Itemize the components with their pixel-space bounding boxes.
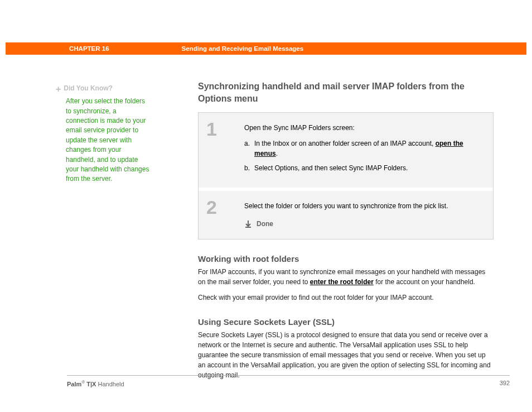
did-you-know-body: After you select the folders to synchron…	[66, 97, 151, 184]
step-number: 1	[199, 115, 244, 185]
did-you-know-label: Did You Know?	[64, 84, 113, 92]
plus-icon: +	[56, 83, 61, 95]
ssl-section: Using Secure Sockets Layer (SSL) Secure …	[198, 317, 494, 380]
chapter-header: CHAPTER 16 Sending and Receiving Email M…	[6, 42, 526, 55]
done-arrow-icon	[244, 220, 252, 228]
step-1: 1 Open the Sync IMAP Folders screen: a. …	[199, 113, 493, 188]
page-footer: Palm® T|X Handheld 392	[67, 380, 510, 387]
root-folders-section: Working with root folders For IMAP accou…	[198, 254, 494, 303]
section-paragraph: Secure Sockets Layer (SSL) is a protocol…	[198, 330, 494, 380]
section-heading: Working with root folders	[198, 254, 494, 264]
step-lead: Select the folder or folders you want to…	[244, 201, 483, 211]
chapter-title: Sending and Receiving Email Messages	[182, 45, 304, 52]
section-heading: Using Secure Sockets Layer (SSL)	[198, 317, 494, 327]
done-indicator: Done	[244, 219, 483, 229]
done-label: Done	[257, 219, 273, 229]
chapter-number: CHAPTER 16	[69, 45, 109, 52]
step-number: 2	[199, 193, 244, 237]
product-name: Palm® T|X Handheld	[67, 380, 124, 387]
enter-root-folder-link[interactable]: enter the root folder	[310, 278, 374, 286]
main-content: Synchronizing handheld and mail server I…	[198, 80, 494, 386]
page-number: 392	[500, 380, 510, 387]
section-title: Synchronizing handheld and mail server I…	[198, 80, 494, 104]
step-lead: Open the Sync IMAP Folders screen:	[244, 123, 483, 133]
step-body: Open the Sync IMAP Folders screen: a. In…	[244, 115, 493, 185]
sidebar-tip: +Did You Know? After you select the fold…	[56, 84, 151, 184]
substep-a: a. In the Inbox or on another folder scr…	[244, 138, 483, 159]
step-2: 2 Select the folder or folders you want …	[199, 188, 493, 239]
section-paragraph: Check with your email provider to find o…	[198, 293, 494, 303]
footer-rule	[67, 375, 510, 376]
step-body: Select the folder or folders you want to…	[244, 193, 493, 237]
substep-b: b. Select Options, and then select Sync …	[244, 163, 483, 173]
steps-box: 1 Open the Sync IMAP Folders screen: a. …	[198, 112, 494, 239]
section-paragraph: For IMAP accounts, if you want to synchr…	[198, 267, 494, 287]
